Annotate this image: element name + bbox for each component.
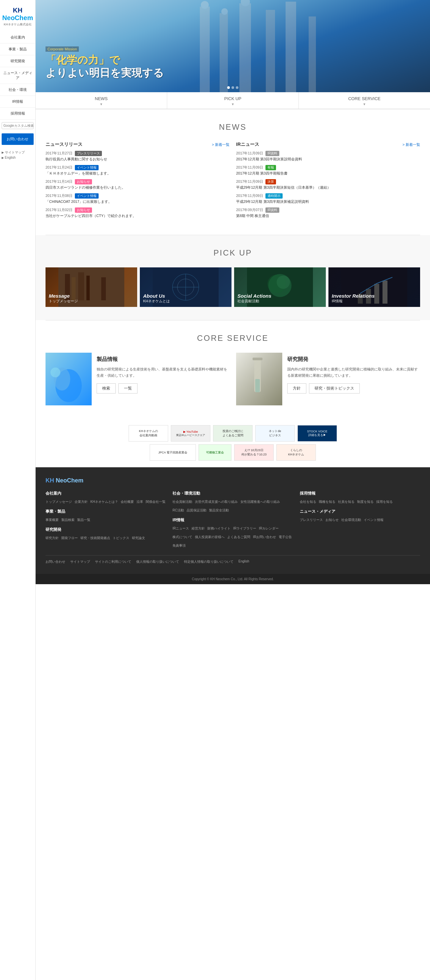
footer-link[interactable]: 株式について [173,535,192,539]
tab-core[interactable]: CORE SERVICE ▼ [299,92,430,109]
news-section: NEWS ニュースリリース > 新着一覧 2017年11月27日 プレスリリース… [36,109,430,235]
footer-specific-privacy-link[interactable]: 特定個人情報の取り扱いについて [184,560,233,564]
footer-link[interactable]: IRお問い合わせ [253,535,276,539]
english-link[interactable]: English [2,156,34,159]
news-item: 2017年11月08日 イベント情報 「CHINACOAT 2017」に出展致し… [45,193,230,204]
contact-button[interactable]: お問い合わせ [2,134,33,145]
footer-link[interactable]: KHネオケムとは？ [90,500,118,504]
banner-stockvoice[interactable]: STOCK VOICE詳細を見る▶ [297,425,337,442]
footer-link[interactable]: 採用を知る [376,500,393,504]
pickup-card-investor[interactable]: Investor Relations IR情報 [328,267,420,307]
footer-link[interactable]: 会社概要 [121,500,134,504]
footer-link[interactable]: 関係会社一覧 [146,500,166,504]
banner-kh-movie[interactable]: KHネオケムの会社案内動画 [129,425,168,442]
footer-english-link[interactable]: English [238,560,249,564]
footer-link[interactable]: 沿革 [136,500,143,504]
ir-news-title: IRニュース [236,142,259,148]
banner-business[interactable]: 投資のご検討によくあるご質問 [213,425,253,442]
footer-link[interactable]: 次世代育成支援への取り組み [195,500,238,504]
pickup-card-about[interactable]: About Us KHネオケムとは [140,267,232,307]
footer-link[interactable]: 製品一覧 [77,518,90,522]
footer: KH NeoChem 会社案内 トップメッセージ 企業方針 KHネオケムとは？ … [36,467,430,574]
footer-link[interactable]: 社会貢献活動 [173,500,192,504]
pickup-card-message[interactable]: Message トップメッセージ [45,267,137,307]
footer-link[interactable]: 研究論文 [132,536,145,540]
footer-link[interactable]: 企業方針 [75,500,88,504]
tab-pickup[interactable]: PICK UP ▼ [167,92,299,109]
footer-link[interactable]: 製品検索 [61,518,75,522]
footer-link[interactable]: イベント情報 [364,518,384,522]
footer-link[interactable]: 女性活躍推進への取り組み [240,500,280,504]
hero-dot-2[interactable] [232,86,234,89]
banner-net[interactable]: ネットdeビジネス [255,425,295,442]
nav-business[interactable]: 事業・製品 [0,43,35,55]
footer-link[interactable]: プレスリリース [300,518,323,522]
footer-link[interactable]: 電子公告 [279,535,292,539]
nav-news-media[interactable]: ニュース・メディア [0,67,35,84]
hero-dot-1[interactable] [227,86,230,89]
footer-link[interactable]: IRライブラリー [233,526,256,531]
research-topics-button[interactable]: 研究・技術トピックス [309,383,360,393]
footer-link[interactable]: 個人投資家の皆様へ [195,535,225,539]
footer-link[interactable]: 免責事項 [173,543,185,548]
sitemap-link[interactable]: サイトマップ [2,150,34,155]
banner-jpca[interactable]: JPCA 電子回路産業会 [150,444,196,461]
banner-jiia[interactable]: 可燃物工業会 [198,444,232,461]
svg-rect-36 [255,379,260,392]
footer-link[interactable]: 開発フロー [61,536,78,540]
svg-rect-5 [309,16,316,92]
footer-logo: KH NeoChem [45,477,420,484]
footer-link[interactable]: 社員を知る [338,500,355,504]
footer-link[interactable]: RC活動 [173,508,184,513]
footer-link[interactable]: 研究方針 [45,536,59,540]
footer-link[interactable]: 社会環境活動 [341,518,361,522]
nav-about[interactable]: 会社案内 [0,32,35,43]
research-policy-button[interactable]: 方針 [287,383,306,393]
footer-link[interactable]: 財務ハイライト [208,526,230,531]
footer-link[interactable]: 事業概要 [45,518,59,522]
product-list-button[interactable]: 一覧 [118,383,137,393]
svg-rect-0 [200,6,210,92]
core-research-image [236,353,282,406]
pickup-section: PICK UP Message ト [36,235,430,320]
footer-link[interactable]: 経営方針 [192,526,205,531]
nav-ir[interactable]: IR情報 [0,96,35,108]
footer-link[interactable]: 品質保証活動 [187,508,206,513]
footer-terms-link[interactable]: サイトのご利用について [95,560,131,564]
footer-link[interactable]: 職種を知る [319,500,336,504]
footer-link[interactable]: よくあるご質問 [227,535,250,539]
news-tag: プレスリリース [75,151,102,156]
footer-sitemap-link[interactable]: サイトマップ [70,560,90,564]
banner-kurashi[interactable]: くらしのKHネオケム [277,444,316,461]
footer-link[interactable]: 研究・技術開発拠点 [80,536,110,540]
product-search-button[interactable]: 検索 [97,383,116,393]
search-input[interactable] [2,123,33,129]
footer-link[interactable]: 制度を知る [357,500,374,504]
hero-dot-3[interactable] [236,86,238,89]
ir-news-header: IRニュース > 新着一覧 [236,142,420,148]
tab-news[interactable]: NEWS ▼ [36,92,167,109]
footer-link[interactable]: トップメッセージ [45,500,72,504]
pickup-card-social[interactable]: Social Actions 社会貢献活動 [234,267,326,307]
footer-grid: 会社案内 トップメッセージ 企業方針 KHネオケムとは？ 会社概要 沿革 関係会… [45,491,420,549]
footer-link[interactable]: 製品安全活動 [209,508,229,513]
footer-col3-news-title: ニュース・メディア [300,509,420,514]
footer-link[interactable]: お知らせ [326,518,339,522]
ir-news-more[interactable]: > 新着一覧 [403,142,420,147]
banner-1023[interactable]: え!? 10月23日何が変わる？10.23 [234,444,274,461]
footer-link[interactable]: 会社を知る [300,500,316,504]
nav-research[interactable]: 研究開発 [0,55,35,67]
nav-recruit[interactable]: 採用情報 [0,108,35,119]
footer-privacy-link[interactable]: 個人情報の取り扱いについて [136,560,179,564]
footer-link[interactable]: トピックス [113,536,129,540]
footer-link[interactable]: IRニュース [173,526,189,531]
pickup-card-en: Investor Relations [332,293,375,299]
news-section-title: NEWS [45,123,420,132]
logo: KH NeoChem KHネオケム株式会社 [0,3,35,32]
footer-link[interactable]: IRカレンダー [259,526,279,531]
pickup-card-overlay: About Us KHネオケムとは [140,267,232,307]
nav-society[interactable]: 社会・環境 [0,84,35,96]
footer-contact-link[interactable]: お問い合わせ [45,560,65,564]
news-release-more[interactable]: > 新着一覧 [212,142,230,147]
banner-youtube[interactable]: ▶ YouTube東証IRムービースクエア [171,425,210,442]
